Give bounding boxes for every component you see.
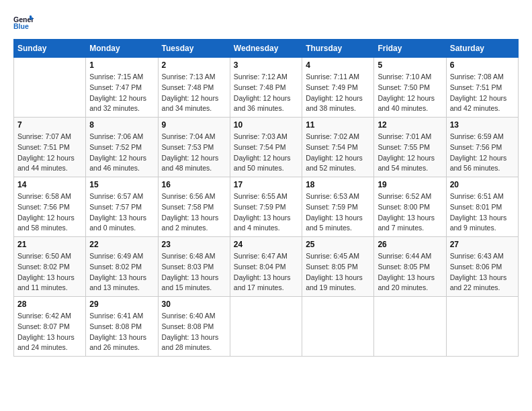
calendar-cell: 22Sunrise: 6:49 AMSunset: 8:02 PMDayligh…: [86, 237, 158, 297]
day-info: Sunrise: 6:58 AMSunset: 7:56 PMDaylight:…: [17, 191, 82, 234]
day-number: 13: [450, 120, 515, 130]
day-info: Sunrise: 6:50 AMSunset: 8:02 PMDaylight:…: [17, 251, 82, 293]
calendar-cell: [446, 297, 518, 357]
calendar-cell: 15Sunrise: 6:57 AMSunset: 7:57 PMDayligh…: [86, 177, 158, 237]
day-number: 21: [17, 240, 82, 249]
day-number: 9: [162, 120, 226, 130]
day-number: 11: [306, 120, 370, 130]
calendar-cell: 20Sunrise: 6:51 AMSunset: 8:01 PMDayligh…: [446, 177, 518, 237]
day-number: 10: [234, 120, 298, 130]
page-header: General Blue: [13, 13, 519, 32]
day-info: Sunrise: 7:06 AMSunset: 7:52 PMDaylight:…: [89, 132, 154, 174]
header-day-thursday: Thursday: [302, 40, 374, 58]
day-info: Sunrise: 7:10 AMSunset: 7:50 PMDaylight:…: [378, 72, 442, 114]
day-number: 22: [89, 240, 154, 249]
day-info: Sunrise: 6:43 AMSunset: 8:06 PMDaylight:…: [450, 251, 515, 293]
calendar-table: SundayMondayTuesdayWednesdayThursdayFrid…: [13, 39, 519, 357]
day-number: 1: [89, 60, 154, 70]
day-number: 16: [162, 180, 226, 189]
day-info: Sunrise: 6:42 AMSunset: 8:07 PMDaylight:…: [17, 311, 82, 353]
day-info: Sunrise: 6:57 AMSunset: 7:57 PMDaylight:…: [89, 191, 154, 234]
day-info: Sunrise: 6:47 AMSunset: 8:04 PMDaylight:…: [234, 251, 298, 293]
day-info: Sunrise: 7:07 AMSunset: 7:51 PMDaylight:…: [17, 132, 82, 174]
calendar-cell: 29Sunrise: 6:41 AMSunset: 8:08 PMDayligh…: [86, 297, 158, 357]
week-row-5: 28Sunrise: 6:42 AMSunset: 8:07 PMDayligh…: [14, 297, 519, 357]
calendar-cell: 10Sunrise: 7:03 AMSunset: 7:54 PMDayligh…: [230, 118, 302, 177]
day-info: Sunrise: 6:59 AMSunset: 7:56 PMDaylight:…: [450, 132, 515, 174]
day-info: Sunrise: 7:03 AMSunset: 7:54 PMDaylight:…: [234, 132, 298, 174]
calendar-cell: 21Sunrise: 6:50 AMSunset: 8:02 PMDayligh…: [14, 237, 86, 297]
calendar-cell: 23Sunrise: 6:48 AMSunset: 8:03 PMDayligh…: [158, 237, 230, 297]
week-row-1: 1Sunrise: 7:15 AMSunset: 7:47 PMDaylight…: [14, 58, 519, 118]
day-number: 6: [450, 60, 515, 70]
day-number: 26: [378, 240, 442, 249]
day-number: 5: [378, 60, 442, 70]
calendar-cell: 27Sunrise: 6:43 AMSunset: 8:06 PMDayligh…: [446, 237, 518, 297]
calendar-cell: 30Sunrise: 6:40 AMSunset: 8:08 PMDayligh…: [158, 297, 230, 357]
day-number: 20: [450, 180, 515, 189]
calendar-cell: 25Sunrise: 6:45 AMSunset: 8:05 PMDayligh…: [302, 237, 374, 297]
day-info: Sunrise: 7:08 AMSunset: 7:51 PMDaylight:…: [450, 72, 515, 114]
calendar-cell: 3Sunrise: 7:12 AMSunset: 7:48 PMDaylight…: [230, 58, 302, 118]
day-info: Sunrise: 6:49 AMSunset: 8:02 PMDaylight:…: [89, 251, 154, 293]
calendar-cell: 19Sunrise: 6:52 AMSunset: 8:00 PMDayligh…: [374, 177, 446, 237]
day-number: 2: [162, 60, 226, 70]
header-day-wednesday: Wednesday: [230, 40, 302, 58]
header-day-tuesday: Tuesday: [158, 40, 230, 58]
calendar-cell: 5Sunrise: 7:10 AMSunset: 7:50 PMDaylight…: [374, 58, 446, 118]
calendar-cell: 14Sunrise: 6:58 AMSunset: 7:56 PMDayligh…: [14, 177, 86, 237]
week-row-3: 14Sunrise: 6:58 AMSunset: 7:56 PMDayligh…: [14, 177, 519, 237]
day-info: Sunrise: 6:51 AMSunset: 8:01 PMDaylight:…: [450, 191, 515, 234]
day-number: 29: [89, 300, 154, 309]
day-number: 7: [17, 120, 82, 130]
day-info: Sunrise: 7:11 AMSunset: 7:49 PMDaylight:…: [306, 72, 370, 114]
day-info: Sunrise: 6:56 AMSunset: 7:58 PMDaylight:…: [162, 191, 226, 234]
calendar-cell: 26Sunrise: 6:44 AMSunset: 8:05 PMDayligh…: [374, 237, 446, 297]
day-info: Sunrise: 6:40 AMSunset: 8:08 PMDaylight:…: [162, 311, 226, 353]
calendar-cell: 16Sunrise: 6:56 AMSunset: 7:58 PMDayligh…: [158, 177, 230, 237]
day-number: 24: [234, 240, 298, 249]
day-info: Sunrise: 7:04 AMSunset: 7:53 PMDaylight:…: [162, 132, 226, 174]
day-info: Sunrise: 6:45 AMSunset: 8:05 PMDaylight:…: [306, 251, 370, 293]
svg-text:Blue: Blue: [13, 22, 29, 30]
calendar-cell: 9Sunrise: 7:04 AMSunset: 7:53 PMDaylight…: [158, 118, 230, 177]
day-number: 28: [17, 300, 82, 309]
calendar-cell: [374, 297, 446, 357]
calendar-cell: 8Sunrise: 7:06 AMSunset: 7:52 PMDaylight…: [86, 118, 158, 177]
calendar-cell: 4Sunrise: 7:11 AMSunset: 7:49 PMDaylight…: [302, 58, 374, 118]
day-info: Sunrise: 7:12 AMSunset: 7:48 PMDaylight:…: [234, 72, 298, 114]
day-number: 15: [89, 180, 154, 189]
day-info: Sunrise: 7:13 AMSunset: 7:48 PMDaylight:…: [162, 72, 226, 114]
calendar-header-row: SundayMondayTuesdayWednesdayThursdayFrid…: [14, 40, 519, 58]
calendar-cell: [230, 297, 302, 357]
day-info: Sunrise: 7:01 AMSunset: 7:55 PMDaylight:…: [378, 132, 442, 174]
day-info: Sunrise: 6:52 AMSunset: 8:00 PMDaylight:…: [378, 191, 442, 234]
day-number: 18: [306, 180, 370, 189]
day-number: 30: [162, 300, 226, 309]
calendar-cell: 17Sunrise: 6:55 AMSunset: 7:59 PMDayligh…: [230, 177, 302, 237]
calendar-cell: 2Sunrise: 7:13 AMSunset: 7:48 PMDaylight…: [158, 58, 230, 118]
day-info: Sunrise: 6:48 AMSunset: 8:03 PMDaylight:…: [162, 251, 226, 293]
day-info: Sunrise: 6:41 AMSunset: 8:08 PMDaylight:…: [89, 311, 154, 353]
header-day-monday: Monday: [86, 40, 158, 58]
week-row-4: 21Sunrise: 6:50 AMSunset: 8:02 PMDayligh…: [14, 237, 519, 297]
calendar-body: 1Sunrise: 7:15 AMSunset: 7:47 PMDaylight…: [14, 58, 519, 357]
day-number: 25: [306, 240, 370, 249]
day-number: 3: [234, 60, 298, 70]
header-day-saturday: Saturday: [446, 40, 518, 58]
week-row-2: 7Sunrise: 7:07 AMSunset: 7:51 PMDaylight…: [14, 118, 519, 177]
day-number: 23: [162, 240, 226, 249]
logo: General Blue: [13, 13, 34, 32]
day-info: Sunrise: 7:15 AMSunset: 7:47 PMDaylight:…: [89, 72, 154, 114]
day-number: 19: [378, 180, 442, 189]
day-number: 12: [378, 120, 442, 130]
day-number: 4: [306, 60, 370, 70]
calendar-cell: 18Sunrise: 6:53 AMSunset: 7:59 PMDayligh…: [302, 177, 374, 237]
calendar-cell: 12Sunrise: 7:01 AMSunset: 7:55 PMDayligh…: [374, 118, 446, 177]
calendar-cell: [302, 297, 374, 357]
day-info: Sunrise: 6:53 AMSunset: 7:59 PMDaylight:…: [306, 191, 370, 234]
day-number: 8: [89, 120, 154, 130]
day-info: Sunrise: 6:44 AMSunset: 8:05 PMDaylight:…: [378, 251, 442, 293]
calendar-cell: 1Sunrise: 7:15 AMSunset: 7:47 PMDaylight…: [86, 58, 158, 118]
day-info: Sunrise: 6:55 AMSunset: 7:59 PMDaylight:…: [234, 191, 298, 234]
